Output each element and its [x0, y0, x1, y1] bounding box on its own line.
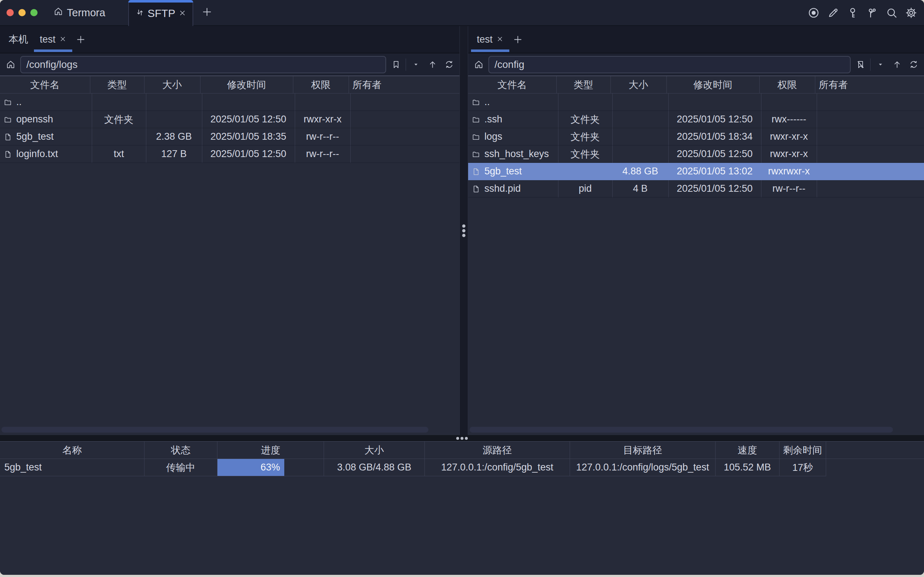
transfer-row-5gb_test[interactable]: 5gb_test传输中63%3.08 GB/4.88 GB127.0.0.1:/… [0, 459, 924, 476]
file-cell: rwxrwxr-x [761, 163, 817, 180]
new-pane-tab-button[interactable] [72, 26, 90, 53]
settings-icon[interactable] [904, 5, 918, 20]
column-header[interactable]: 类型 [90, 76, 145, 93]
bookmark-slash-icon[interactable] [853, 57, 867, 73]
up-arrow-icon[interactable] [426, 57, 439, 73]
transfer-column-header[interactable]: 大小 [324, 442, 425, 459]
file-cell: 4 B [613, 180, 669, 198]
minimize-window-button[interactable] [18, 9, 26, 16]
pane-splitter[interactable] [460, 26, 468, 435]
column-header[interactable]: 所有者 [349, 76, 460, 93]
column-header[interactable]: 所有者 [815, 76, 924, 93]
column-header[interactable]: 文件名 [0, 76, 90, 93]
progress-bar: 63% [218, 459, 284, 476]
folder-icon [472, 115, 480, 124]
close-icon[interactable] [59, 34, 66, 45]
right-path-input[interactable] [489, 56, 851, 73]
home-icon[interactable] [472, 57, 485, 73]
file-row-..[interactable]: .. [468, 93, 924, 111]
pane-tab-test[interactable]: test [34, 26, 72, 53]
titlebar-actions [806, 0, 924, 25]
file-row-5gb_test[interactable]: 5gb_test2.38 GB2025/01/05 18:35rw-r--r-- [0, 128, 460, 145]
refresh-icon[interactable] [442, 57, 456, 73]
file-row-5gb_test[interactable]: 5gb_test4.88 GB2025/01/05 13:02rwxrwxr-x [468, 163, 924, 180]
record-icon[interactable] [806, 5, 821, 20]
caret-down-icon[interactable] [873, 57, 887, 73]
file-row-..[interactable]: .. [0, 93, 460, 111]
file-name-cell: .. [0, 93, 92, 111]
transfer-column-header[interactable]: 源路径 [425, 442, 570, 459]
up-arrow-icon[interactable] [890, 57, 904, 73]
file-cell: rw-r--r-- [761, 180, 817, 198]
left-horizontal-scrollbar[interactable] [2, 427, 428, 433]
tab-sftp[interactable]: SFTP [128, 0, 193, 26]
transfer-column-header[interactable]: 目标路径 [570, 442, 716, 459]
close-icon[interactable] [496, 34, 503, 45]
file-cell: 2025/01/05 13:02 [669, 163, 761, 180]
transfer-column-header[interactable]: 剩余时间 [779, 442, 826, 459]
key-icon[interactable] [845, 5, 860, 20]
new-top-tab-button[interactable] [198, 0, 216, 25]
plus-icon [202, 6, 213, 19]
file-name: 5gb_test [484, 166, 522, 177]
file-row-logs[interactable]: logs文件夹2025/01/05 18:34rwxr-xr-x [468, 128, 924, 145]
pane-tab-label: test [477, 34, 493, 45]
column-header[interactable]: 权限 [293, 76, 349, 93]
column-header[interactable]: 文件名 [468, 76, 556, 93]
bookmark-icon[interactable] [389, 57, 403, 73]
tab-termora-home[interactable]: Termora [53, 0, 105, 25]
column-header[interactable]: 大小 [611, 76, 667, 93]
file-name: ssh_host_keys [484, 148, 549, 160]
pane-tab-test[interactable]: test [471, 26, 509, 53]
transfer-rows: 5gb_test传输中63%3.08 GB/4.88 GB127.0.0.1:/… [0, 459, 924, 476]
column-header[interactable]: 大小 [145, 76, 200, 93]
file-name: loginfo.txt [16, 148, 58, 160]
close-icon[interactable] [179, 7, 186, 19]
file-cell [295, 93, 351, 111]
left-file-table: 文件名类型大小修改时间权限所有者 ..openssh文件夹2025/01/05 … [0, 76, 460, 435]
file-row-openssh[interactable]: openssh文件夹2025/01/05 12:50rwxr-xr-x [0, 111, 460, 128]
file-cell [613, 128, 669, 145]
pane-tab-本机[interactable]: 本机 [3, 26, 34, 53]
app-tab-label: Termora [67, 7, 105, 19]
column-header[interactable]: 权限 [760, 76, 815, 93]
folder-icon [472, 150, 480, 158]
file-name: 5gb_test [16, 131, 54, 142]
transfer-cell: 127.0.0.1:/config/5gb_test [425, 459, 570, 476]
file-cell [202, 93, 295, 111]
edit-icon[interactable] [826, 5, 840, 20]
column-header[interactable]: 修改时间 [200, 76, 293, 93]
column-header[interactable]: 类型 [556, 76, 611, 93]
file-name-cell: loginfo.txt [0, 145, 92, 163]
file-row-loginfo.txt[interactable]: loginfo.txttxt127 B2025/01/05 12:50rw-r-… [0, 145, 460, 163]
left-pathbar [0, 53, 460, 76]
file-cell: rw-r--r-- [295, 128, 351, 145]
file-row-ssh_host_keys[interactable]: ssh_host_keys文件夹2025/01/05 12:50rwxr-xr-… [468, 145, 924, 163]
maximize-window-button[interactable] [31, 9, 37, 16]
file-cell: rwxr-xr-x [295, 111, 351, 128]
right-horizontal-scrollbar[interactable] [469, 427, 893, 433]
refresh-icon[interactable] [907, 57, 921, 73]
file-cell: 2.38 GB [146, 128, 202, 145]
right-file-table-header: 文件名类型大小修改时间权限所有者 [468, 76, 924, 93]
file-row-.ssh[interactable]: .ssh文件夹2025/01/05 12:50rwx------ [468, 111, 924, 128]
pane-tab-label: test [40, 34, 56, 45]
transfer-column-header[interactable]: 进度 [218, 442, 324, 459]
window-controls [0, 0, 37, 25]
transfer-panel-splitter[interactable] [0, 435, 924, 441]
search-icon[interactable] [884, 5, 899, 20]
file-cell: 2025/01/05 12:50 [669, 145, 761, 163]
column-header[interactable]: 修改时间 [667, 76, 760, 93]
close-window-button[interactable] [6, 9, 14, 16]
left-path-input[interactable] [20, 56, 386, 73]
file-row-sshd.pid[interactable]: sshd.pidpid4 B2025/01/05 12:50rw-r--r-- [468, 180, 924, 198]
home-icon[interactable] [3, 57, 17, 73]
transfer-column-header[interactable]: 速度 [716, 442, 779, 459]
branch-icon[interactable] [865, 5, 879, 20]
transfer-column-header[interactable]: 名称 [0, 442, 145, 459]
new-pane-tab-button[interactable] [509, 26, 527, 53]
caret-down-icon[interactable] [409, 57, 422, 73]
transfer-column-header[interactable]: 状态 [145, 442, 218, 459]
file-cell [817, 111, 924, 128]
file-cell [817, 163, 924, 180]
